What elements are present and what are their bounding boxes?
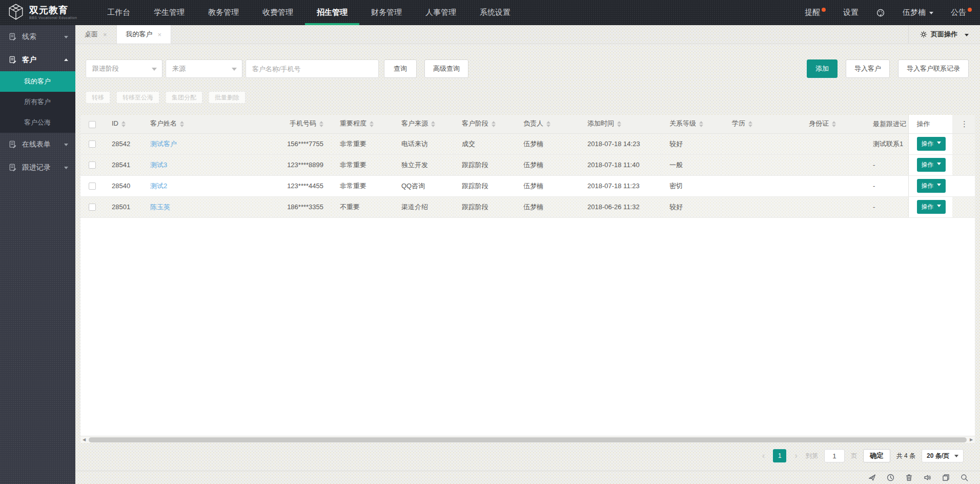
source-select[interactable]: 来源 [166,59,242,78]
reminder-link[interactable]: 提醒 [805,8,826,17]
sort-icon[interactable] [370,119,374,129]
followup-stage-select[interactable]: 跟进阶段 [86,59,162,78]
notice-link[interactable]: 公告 [951,8,972,17]
customer-table-panel: ID 客户姓名 手机号码 重要程度 客户来源 客户阶段 负责人 添加时间 关系等… [80,115,975,443]
page-actions-menu[interactable]: 页面操作 [908,25,980,44]
theme-palette-icon[interactable] [876,8,885,17]
row-checkbox[interactable] [89,162,96,169]
sort-icon[interactable] [699,119,703,129]
confirm-page-button[interactable]: 确定 [863,449,890,462]
sidebar-item-my-customers[interactable]: 我的客户 [0,71,75,92]
column-settings-icon[interactable]: ⋮ [961,119,968,128]
current-page-button[interactable]: 1 [773,449,786,462]
search-button[interactable]: 查询 [384,59,417,78]
tab-my-customers[interactable]: 我的客户 × [116,25,172,44]
search-icon[interactable] [960,473,969,482]
sidebar-item-leads[interactable]: 线索 [0,25,75,48]
transfer-to-pool-button[interactable]: 转移至公海 [116,91,159,104]
advanced-search-button[interactable]: 高级查询 [424,59,468,78]
form-icon [9,164,17,172]
settings-link[interactable]: 设置 [843,8,859,17]
nav-item-workbench[interactable]: 工作台 [95,0,142,25]
tab-desktop[interactable]: 桌面 × [75,25,116,44]
sort-icon[interactable] [617,119,621,129]
sidebar-item-online-forms[interactable]: 在线表单 [0,133,75,156]
row-checkbox[interactable] [89,183,96,190]
row-checkbox[interactable] [89,140,96,148]
window-icon[interactable] [942,473,950,482]
total-count-label: 共 4 条 [896,452,915,460]
gear-icon [920,31,927,38]
group-assign-button[interactable]: 集团分配 [166,91,202,104]
chevron-down-icon [64,144,68,148]
customer-name-link[interactable]: 测试2 [150,182,167,190]
row-action-button[interactable]: 操作 [917,200,946,214]
horizontal-scrollbar[interactable]: ◀ ▶ [80,436,975,443]
chevron-down-icon [965,34,969,38]
app-logo: 双元教育 BBS Vocational Education [0,0,95,25]
sidebar-item-customer-pool[interactable]: 客户公海 [0,112,75,133]
nav-item-admissions[interactable]: 招生管理 [305,0,359,25]
keyword-search-input[interactable] [246,59,379,78]
page-size-select[interactable]: 20 条/页 [922,449,964,462]
nav-item-academic[interactable]: 教务管理 [196,0,251,25]
chevron-down-icon [64,36,68,41]
user-menu[interactable]: 伍梦楠 [903,8,933,17]
chevron-down-icon [929,12,933,16]
sort-icon[interactable] [492,119,496,129]
transfer-button[interactable]: 转移 [86,91,110,104]
import-contact-records-button[interactable]: 导入客户联系记录 [898,59,969,78]
row-action-button[interactable]: 操作 [917,137,946,151]
trash-icon[interactable] [905,473,913,482]
scrollbar-thumb[interactable] [89,437,967,442]
rocket-icon[interactable] [868,473,876,482]
sort-icon[interactable] [546,119,550,129]
nav-item-finance[interactable]: 财务管理 [359,0,414,25]
sort-icon[interactable] [832,119,836,129]
nav-item-hr[interactable]: 人事管理 [414,0,468,25]
select-all-checkbox[interactable] [89,121,96,128]
sort-icon[interactable] [748,119,752,129]
row-checkbox[interactable] [89,204,96,211]
goto-page-input[interactable] [824,449,845,462]
logo-title: 双元教育 [29,6,77,15]
chevron-down-icon [937,184,941,188]
close-icon[interactable]: × [103,31,107,38]
customer-name-link[interactable]: 陈玉英 [150,203,170,211]
sidebar-item-followup-records[interactable]: 跟进记录 [0,156,75,179]
batch-delete-button[interactable]: 批量删除 [209,91,246,104]
sort-icon[interactable] [121,119,126,129]
form-icon [9,33,17,41]
row-action-button[interactable]: 操作 [917,158,946,172]
add-button[interactable]: 添加 [807,59,838,78]
customer-name-link[interactable]: 测试客户 [150,140,177,148]
volume-icon[interactable] [923,473,932,482]
sidebar-item-customers[interactable]: 客户 [0,48,75,71]
import-customers-button[interactable]: 导入客户 [846,59,890,78]
nav-item-settings[interactable]: 系统设置 [468,0,522,25]
prev-page-button[interactable]: ‹ [760,451,767,461]
history-icon[interactable] [886,473,895,482]
sort-icon[interactable] [319,119,323,129]
nav-item-fees[interactable]: 收费管理 [251,0,305,25]
main-content: 桌面 × 我的客户 × 页面操作 跟进阶段 来源 查询 高级查询 [75,25,980,484]
bulk-action-bar: 转移 转移至公海 集团分配 批量删除 [75,78,980,104]
chevron-down-icon [937,205,941,209]
chevron-down-icon [937,163,941,167]
sidebar-item-all-customers[interactable]: 所有客户 [0,92,75,112]
sidebar: 线索 客户 我的客户 所有客户 客户公海 在线表单 [0,25,75,484]
notice-notification-dot [968,8,972,12]
scroll-right-icon[interactable]: ▶ [968,436,975,443]
table-row: 28501 陈玉英 186****3355 不重要 渠道介绍 跟踪阶段 伍梦楠 … [80,196,975,217]
next-page-button[interactable]: › [792,451,800,461]
scroll-left-icon[interactable]: ◀ [80,436,88,443]
tab-strip: 桌面 × 我的客户 × 页面操作 [75,25,980,44]
close-icon[interactable]: × [158,31,162,38]
row-action-button[interactable]: 操作 [917,179,946,193]
customer-name-link[interactable]: 测试3 [150,161,167,169]
sort-icon[interactable] [431,119,435,129]
logo-subtitle: BBS Vocational Education [29,16,77,19]
goto-label: 到第 [806,452,818,460]
nav-item-students[interactable]: 学生管理 [142,0,196,25]
sort-icon[interactable] [180,119,184,129]
